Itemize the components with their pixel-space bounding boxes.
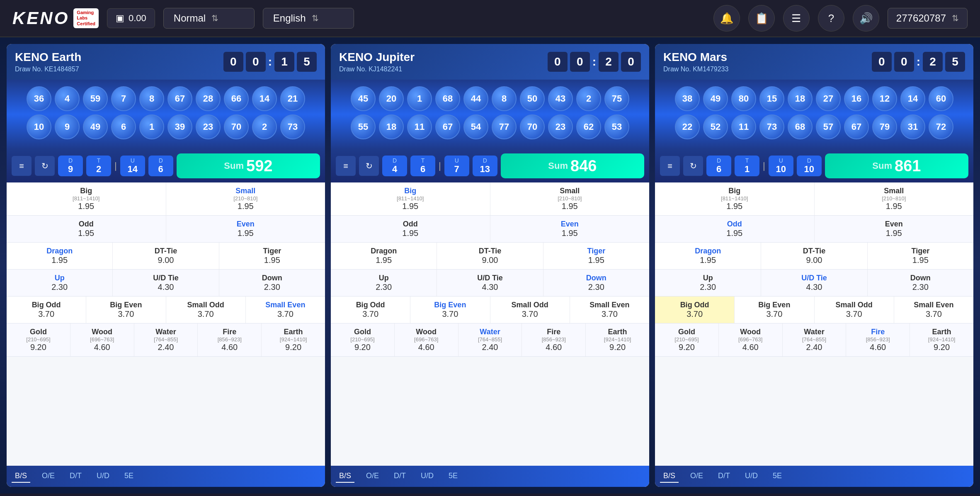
earth-bet-cell-2-1[interactable]: DT-Tie9.00 — [113, 243, 219, 269]
earth-bet-cell-5-3[interactable]: Fire[856~923]4.60 — [198, 323, 262, 356]
earth-tab-5e[interactable]: 5E — [121, 470, 137, 483]
mars-bet-cell-4-1[interactable]: Big Even3.70 — [735, 297, 814, 323]
jupiter-bet-cell-5-3[interactable]: Fire[856~923]4.60 — [522, 323, 586, 356]
jupiter-bet-cell-5-4[interactable]: Earth[924~1410]9.20 — [586, 323, 649, 356]
mars-bet-cell-5-0[interactable]: Gold[210~695]9.20 — [655, 323, 719, 356]
mars-bet-cell-5-4[interactable]: Earth[924~1410]9.20 — [910, 323, 973, 356]
earth-refresh-icon[interactable]: ↻ — [35, 156, 55, 176]
earth-bet-cell-4-1[interactable]: Big Even3.70 — [86, 297, 166, 323]
jupiter-bet-cell-4-0[interactable]: Big Odd3.70 — [331, 297, 410, 323]
mars-bet-cell-1-1[interactable]: Even1.95 — [815, 216, 974, 242]
balance-button[interactable]: ▣ 0.00 — [107, 8, 155, 28]
mars-bet-cell-3-2[interactable]: Down2.30 — [868, 270, 973, 296]
earth-tab-b-s[interactable]: B/S — [12, 470, 30, 483]
earth-bet-cell-4-0[interactable]: Big Odd3.70 — [7, 297, 86, 323]
logo-badge: Gaming Labs Certified — [73, 8, 99, 28]
mars-tab-5e[interactable]: 5E — [769, 470, 785, 483]
jupiter-stats-icon[interactable]: ≡ — [336, 156, 356, 176]
mars-refresh-icon[interactable]: ↻ — [683, 156, 703, 176]
jupiter-bet-row-1: Odd1.95Even1.95 — [331, 216, 649, 243]
logo-text: KENO — [12, 8, 69, 28]
mars-bet-cell-5-3[interactable]: Fire[856~923]4.60 — [846, 323, 910, 356]
jupiter-tab-b-s[interactable]: B/S — [336, 470, 354, 483]
mars-bet-cell-2-2[interactable]: Tiger1.95 — [868, 243, 973, 269]
game-panel-earth: KENO Earth Draw No. KE1484857 00:1536459… — [7, 44, 325, 487]
earth-bet-cell-3-1[interactable]: U/D Tie4.30 — [113, 270, 219, 296]
mars-stats-icon[interactable]: ≡ — [660, 156, 680, 176]
earth-bet-cell-5-1[interactable]: Wood[696~763]4.60 — [70, 323, 134, 356]
mars-bet-cell-0-1[interactable]: Small[210~810]1.95 — [815, 182, 974, 215]
mars-tab-u-d[interactable]: U/D — [742, 470, 761, 483]
language-arrow-icon: ⇅ — [312, 13, 319, 23]
earth-bet-cell-5-0[interactable]: Gold[210~695]9.20 — [7, 323, 70, 356]
earth-tab-d-t[interactable]: D/T — [66, 470, 85, 483]
mars-tab-o-e[interactable]: O/E — [687, 470, 706, 483]
earth-bet-name-4-0: Big Odd — [10, 301, 82, 309]
mars-bet-cell-3-1[interactable]: U/D Tie4.30 — [761, 270, 867, 296]
jupiter-tab-o-e[interactable]: O/E — [363, 470, 382, 483]
earth-ball-23: 23 — [196, 114, 221, 139]
earth-stats-icon[interactable]: ≡ — [12, 156, 32, 176]
mars-bet-cell-0-0[interactable]: Big[811~1410]1.95 — [655, 182, 815, 215]
earth-bet-cell-0-1[interactable]: Small[210~810]1.95 — [166, 182, 325, 215]
sound-button[interactable]: 🔊 — [853, 5, 879, 32]
earth-bet-cell-4-2[interactable]: Small Odd3.70 — [166, 297, 246, 323]
jupiter-bet-cell-4-3[interactable]: Small Even3.70 — [570, 297, 649, 323]
earth-bet-cell-2-2[interactable]: Tiger1.95 — [219, 243, 325, 269]
mars-bet-cell-2-1[interactable]: DT-Tie9.00 — [761, 243, 867, 269]
earth-bet-cell-5-4[interactable]: Earth[924~1410]9.20 — [262, 323, 325, 356]
earth-bet-name-2-1: DT-Tie — [116, 247, 215, 255]
jupiter-bet-cell-1-0[interactable]: Odd1.95 — [331, 216, 490, 242]
jupiter-bet-odds-2-0: 1.95 — [334, 255, 433, 265]
jupiter-bet-cell-3-2[interactable]: Down2.30 — [543, 270, 649, 296]
jupiter-bet-cell-1-1[interactable]: Even1.95 — [490, 216, 650, 242]
mars-timer: 00:25 — [872, 52, 965, 72]
mars-tab-b-s[interactable]: B/S — [660, 470, 679, 483]
jupiter-bet-cell-0-1[interactable]: Small[210~810]1.95 — [490, 182, 650, 215]
jupiter-bet-cell-2-2[interactable]: Tiger1.95 — [543, 243, 649, 269]
earth-balls-row-1: 1094961392370273 — [12, 114, 320, 139]
earth-tab-u-d[interactable]: U/D — [93, 470, 113, 483]
help-button[interactable]: ? — [818, 5, 844, 32]
jupiter-bet-cell-2-1[interactable]: DT-Tie9.00 — [437, 243, 543, 269]
mars-bet-cell-3-0[interactable]: Up2.30 — [655, 270, 761, 296]
jupiter-bet-cell-5-2[interactable]: Water[764~855]2.40 — [458, 323, 522, 356]
mars-bet-cell-4-3[interactable]: Small Even3.70 — [894, 297, 973, 323]
mars-bet-cell-2-0[interactable]: Dragon1.95 — [655, 243, 761, 269]
earth-bet-cell-1-1[interactable]: Even1.95 — [166, 216, 325, 242]
jupiter-bet-cell-3-1[interactable]: U/D Tie4.30 — [437, 270, 543, 296]
jupiter-bet-cell-4-1[interactable]: Big Even3.70 — [410, 297, 490, 323]
mars-bet-cell-5-2[interactable]: Water[764~855]2.40 — [783, 323, 847, 356]
jupiter-bet-cell-5-0[interactable]: Gold[210~695]9.20 — [331, 323, 395, 356]
jupiter-bet-cell-5-1[interactable]: Wood[696~763]4.60 — [395, 323, 458, 356]
bell-button[interactable]: 🔔 — [713, 5, 740, 32]
earth-tab-o-e[interactable]: O/E — [39, 470, 58, 483]
earth-bet-cell-3-0[interactable]: Up2.30 — [7, 270, 113, 296]
edit-button[interactable]: 📋 — [748, 5, 775, 32]
language-selector[interactable]: English ⇅ — [263, 8, 354, 29]
earth-bet-cell-5-2[interactable]: Water[764~855]2.40 — [134, 323, 198, 356]
jupiter-ball-43: 43 — [548, 86, 573, 111]
jupiter-tab-u-d[interactable]: U/D — [417, 470, 437, 483]
list-button[interactable]: ☰ — [783, 5, 810, 32]
mars-bet-cell-5-1[interactable]: Wood[696~763]4.60 — [719, 323, 783, 356]
earth-bet-cell-2-0[interactable]: Dragon1.95 — [7, 243, 113, 269]
account-button[interactable]: 277620787 ⇅ — [888, 8, 968, 29]
mars-tab-d-t[interactable]: D/T — [715, 470, 733, 483]
earth-bet-cell-1-0[interactable]: Odd1.95 — [7, 216, 166, 242]
mode-selector[interactable]: Normal ⇅ — [163, 8, 255, 29]
earth-bet-cell-4-3[interactable]: Small Even3.70 — [246, 297, 325, 323]
jupiter-tab-d-t[interactable]: D/T — [391, 470, 409, 483]
mars-bet-cell-1-0[interactable]: Odd1.95 — [655, 216, 815, 242]
mars-bet-cell-4-0[interactable]: Big Odd3.70 — [655, 297, 735, 323]
jupiter-bet-cell-3-0[interactable]: Up2.30 — [331, 270, 437, 296]
jupiter-bet-cell-4-2[interactable]: Small Odd3.70 — [490, 297, 570, 323]
jupiter-tab-5e[interactable]: 5E — [445, 470, 461, 483]
jupiter-refresh-icon[interactable]: ↻ — [359, 156, 379, 176]
jupiter-bet-cell-0-0[interactable]: Big[811~1410]1.95 — [331, 182, 490, 215]
mars-bet-cell-4-2[interactable]: Small Odd3.70 — [815, 297, 894, 323]
earth-bet-cell-3-2[interactable]: Down2.30 — [219, 270, 325, 296]
jupiter-bet-cell-2-0[interactable]: Dragon1.95 — [331, 243, 437, 269]
earth-ball-7: 7 — [111, 86, 136, 111]
earth-bet-cell-0-0[interactable]: Big[811~1410]1.95 — [7, 182, 166, 215]
